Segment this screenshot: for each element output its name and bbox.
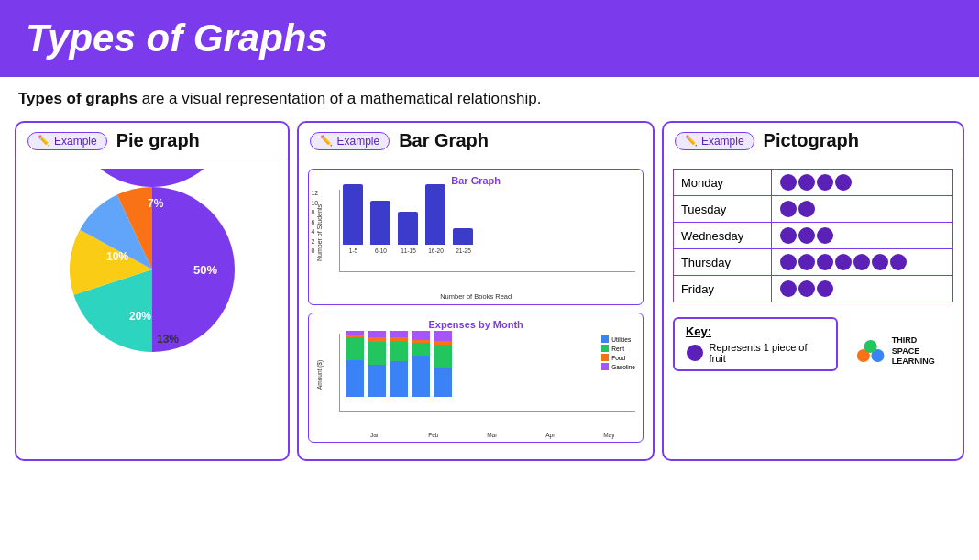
picto-dot bbox=[780, 280, 797, 297]
pie-label-10: 10% bbox=[106, 250, 128, 263]
picto-row: Thursday bbox=[673, 249, 952, 276]
picto-example-label: Example bbox=[701, 135, 744, 148]
stacked-segment bbox=[434, 345, 452, 368]
bar-panel-title: Bar Graph bbox=[399, 130, 489, 151]
stacked-bar bbox=[368, 331, 386, 397]
stacked-bar bbox=[346, 331, 364, 397]
stacked-segment bbox=[390, 361, 408, 397]
bar-rect bbox=[398, 212, 418, 245]
picto-dot bbox=[817, 254, 833, 270]
stacked-segment bbox=[346, 337, 364, 360]
stacked-segment bbox=[412, 331, 430, 340]
picto-dot bbox=[798, 201, 815, 217]
pie-label-13: 13% bbox=[157, 333, 179, 346]
picto-dot bbox=[890, 254, 907, 270]
pie-label-7: 7% bbox=[148, 197, 164, 210]
key-text: Represents 1 piece of fruit bbox=[710, 342, 825, 364]
bar-group: 16-20 bbox=[423, 184, 448, 254]
picto-dot bbox=[780, 227, 797, 244]
stacked-segment bbox=[368, 331, 386, 337]
stacked-legend: UtilitiesRentFoodGasoline bbox=[601, 335, 635, 370]
legend-color-box bbox=[601, 345, 609, 352]
stacked-segment bbox=[390, 331, 408, 337]
stacked-segment bbox=[412, 343, 430, 356]
bar-panel-header: ✏️ Example Bar Graph bbox=[299, 123, 652, 159]
subtitle-bold: Types of graphs bbox=[18, 90, 138, 107]
picto-day-label: Thursday bbox=[673, 249, 772, 276]
bar-x-label: 21-25 bbox=[450, 247, 476, 254]
picto-dot bbox=[817, 280, 833, 297]
picto-dot bbox=[817, 174, 833, 191]
tsl-name: THIRD SPACE LEARNING bbox=[892, 335, 946, 368]
picto-dot bbox=[798, 174, 815, 191]
bar-example-badge: ✏️ Example bbox=[310, 132, 390, 150]
pictograph-table: MondayTuesdayWednesdayThursdayFriday bbox=[673, 169, 953, 302]
stacked-chart-title: Expenses by Month bbox=[313, 319, 638, 330]
picto-dot bbox=[798, 227, 815, 244]
bar-rect bbox=[453, 228, 473, 245]
pie-example-badge: ✏️ Example bbox=[28, 132, 107, 150]
bar-example-label: Example bbox=[336, 135, 380, 148]
legend-color-box bbox=[601, 335, 609, 343]
stacked-segment bbox=[412, 356, 430, 397]
stacked-chart-inner: UtilitiesRentFoodGasoline bbox=[313, 334, 638, 412]
subtitle-rest: are a visual representation of a mathema… bbox=[138, 90, 541, 107]
picto-pencil-icon: ✏️ bbox=[685, 135, 698, 147]
picto-day-label: Monday bbox=[673, 170, 772, 196]
legend-color-box bbox=[601, 363, 609, 370]
pencil-icon: ✏️ bbox=[38, 135, 50, 147]
picto-dot bbox=[817, 227, 833, 244]
picto-dot bbox=[798, 280, 815, 297]
picto-dot bbox=[780, 174, 797, 191]
picto-dot bbox=[780, 201, 797, 217]
pie-chart-svg: 50% 20% 13% 10% 7% bbox=[42, 169, 262, 370]
picto-example-badge: ✏️ Example bbox=[675, 132, 754, 150]
picto-dots-cell bbox=[772, 249, 953, 276]
pie-panel: ✏️ Example Pie graph 50% 20% 13% 10% bbox=[15, 121, 290, 461]
stacked-segment bbox=[368, 365, 386, 397]
picto-dots-cell bbox=[772, 276, 953, 302]
stacked-segment bbox=[368, 342, 386, 365]
key-row: Represents 1 piece of fruit bbox=[686, 342, 825, 364]
key-dot bbox=[687, 345, 703, 361]
picto-day-label: Tuesday bbox=[673, 196, 772, 223]
key-box: Key: Represents 1 piece of fruit bbox=[673, 317, 838, 371]
bar-x-axis-label: Number of Books Read bbox=[313, 292, 638, 301]
picto-day-label: Wednesday bbox=[673, 223, 772, 249]
bar-x-label: 6-10 bbox=[368, 247, 393, 254]
pie-example-label: Example bbox=[54, 135, 97, 148]
stacked-bar bbox=[434, 331, 452, 397]
bar-rect bbox=[370, 201, 390, 245]
pie-panel-title: Pie graph bbox=[116, 130, 200, 151]
stacked-bar bbox=[390, 331, 408, 397]
bar-group: 6-10 bbox=[368, 201, 393, 254]
bar-chart-1-area: Number of Students 1-56-1011-1516-2021-2… bbox=[313, 190, 638, 291]
bar-rect bbox=[343, 184, 363, 245]
legend-label: Food bbox=[611, 355, 625, 361]
picto-row: Monday bbox=[673, 170, 952, 196]
bar-x-label: 1-5 bbox=[340, 247, 366, 254]
bar-chart-inner: 1-56-1011-1516-2021-25121086420 bbox=[313, 190, 638, 272]
bar-chart-1-box: Bar Graph Number of Students 1-56-1011-1… bbox=[308, 169, 643, 305]
picto-dot bbox=[835, 174, 852, 191]
panels-row: ✏️ Example Pie graph 50% 20% 13% 10% bbox=[0, 117, 979, 476]
page-title: Types of Graphs bbox=[26, 16, 328, 60]
picto-row: Tuesday bbox=[673, 196, 952, 223]
key-title: Key: bbox=[686, 324, 825, 338]
stacked-segment bbox=[434, 331, 452, 341]
header: Types of Graphs bbox=[0, 0, 979, 77]
svg-point-2 bbox=[864, 340, 876, 353]
bar-panel: ✏️ Example Bar Graph Bar Graph Number of… bbox=[297, 121, 654, 461]
stacked-segment bbox=[346, 360, 364, 397]
bar-group: 11-15 bbox=[395, 212, 421, 254]
bar-x-label: 11-15 bbox=[395, 247, 421, 254]
bar-rect bbox=[425, 184, 446, 245]
stacked-chart-area: Amount ($) UtilitiesRentFoodGasoline bbox=[313, 334, 638, 430]
picto-dot bbox=[798, 254, 815, 270]
legend-item: Food bbox=[601, 354, 635, 361]
stacked-segment bbox=[390, 341, 408, 361]
legend-label: Gasoline bbox=[611, 364, 635, 370]
picto-dots-cell bbox=[772, 170, 953, 196]
picto-panel-title: Pictograph bbox=[764, 130, 859, 151]
picto-dot bbox=[872, 254, 888, 270]
